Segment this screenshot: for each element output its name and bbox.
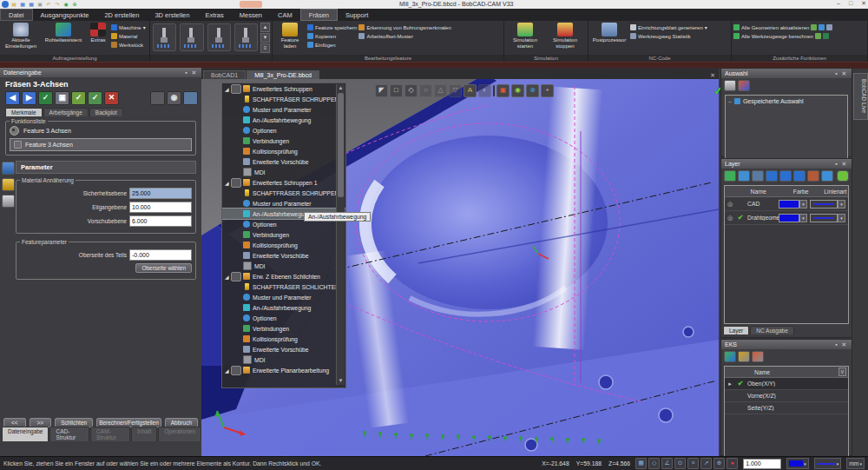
tree-item[interactable]: Optionen [222, 313, 345, 323]
tree-item[interactable]: An-/Ausfahrbewegung [222, 302, 345, 313]
oberseite-waehlen-button[interactable]: Oberseite wählen [135, 263, 192, 273]
sicherheitsebene-input[interactable] [129, 188, 192, 199]
tree-item[interactable]: Muster und Parameter [222, 292, 345, 302]
maschine-button[interactable]: Maschine ▾ [111, 23, 146, 31]
layer-pencil-icon[interactable] [837, 170, 849, 182]
bobcad-live-tab[interactable]: BobCAD Live [853, 73, 868, 120]
group-checkbox[interactable] [231, 366, 241, 375]
feature-laden-button[interactable]: Feature laden [274, 22, 306, 54]
layer-delete-icon[interactable] [807, 170, 819, 182]
post-button[interactable]: ✓ [88, 91, 102, 105]
tree-item[interactable]: Muster und Parameter [222, 198, 345, 209]
feature-speichern-button[interactable]: Feature speichern [307, 23, 357, 31]
tree-item[interactable]: SCHAFTFRÄSER SCHRUPPEN [222, 94, 345, 104]
extra-icon-2[interactable] [819, 24, 825, 30]
load-icon[interactable] [183, 91, 198, 105]
back-button[interactable]: ◀ [5, 91, 20, 105]
tab-cam[interactable]: CAM [270, 9, 300, 21]
doc-tab-bobcad1[interactable]: BobCAD1 [203, 70, 246, 79]
tree-item[interactable]: Verbindungen [222, 323, 345, 334]
saved-selection-icon[interactable] [738, 80, 750, 91]
cursor-icon[interactable]: ◤ [375, 84, 388, 97]
feature-gallery-item-2[interactable] [180, 23, 203, 51]
tree-group[interactable]: ◢ Erweitertes Schruppen [222, 83, 345, 94]
kopieren-button[interactable]: Kopieren [307, 32, 357, 40]
werkstueck-button[interactable]: Werkstück [111, 41, 146, 49]
tree-group[interactable]: ◢ Erweiterte Planarbearbeitung [222, 365, 345, 375]
pin-icon[interactable]: ▪ [832, 161, 840, 167]
gallery-up-icon[interactable]: ▲ [260, 23, 270, 32]
feature-gallery-item-3[interactable] [207, 23, 231, 51]
close-button[interactable]: ✕ [861, 0, 866, 7]
shading-cube-icon[interactable]: ▣ [496, 84, 510, 97]
tab-ausgangspunkte[interactable]: Ausgangspunkte [33, 9, 97, 21]
tab-dateneingabe[interactable]: Dateneingabe [2, 427, 49, 441]
tab-fraesen[interactable]: Fräsen [300, 9, 338, 21]
polar-icon[interactable]: ↗ [700, 458, 712, 469]
eks-row-vorne[interactable]: Vorne(X/Z) [725, 390, 848, 402]
cancel-button[interactable]: ✕ [104, 91, 119, 105]
eks-delete-icon[interactable] [752, 351, 764, 362]
help-icon[interactable]: ◉ [62, 1, 69, 8]
wcs-icon[interactable]: + [541, 84, 554, 97]
backplot-button[interactable]: ▣ [55, 91, 69, 105]
rohteilassistent-button[interactable]: Rohteilassistent [42, 22, 85, 54]
gallery-down-icon[interactable]: ▼ [260, 33, 270, 43]
simulation-stoppen-button[interactable]: Simulation stoppen [546, 22, 584, 54]
tree-item[interactable]: Verbindungen [222, 229, 345, 240]
group-checkbox[interactable] [231, 84, 241, 94]
select-chain-icon[interactable]: ◇ [404, 84, 418, 97]
tree-item[interactable]: Erweiterte Vorschübe [222, 344, 345, 354]
pin-icon[interactable]: ▪ [832, 341, 840, 348]
web-icon[interactable]: ⊕ [71, 1, 78, 8]
tree-item[interactable]: SCHAFTFRÄSER SCHRUPPEN [222, 188, 345, 198]
track-icon[interactable]: ⊕ [713, 458, 725, 469]
tab-support[interactable]: Support [338, 9, 376, 21]
eks-row-oben[interactable]: ▸ ✔ Oben(X/Y) [725, 378, 848, 390]
ortho-icon[interactable]: ≡ [687, 458, 699, 469]
expander-icon[interactable]: ◢ [225, 180, 231, 186]
feature-gallery-item-1[interactable] [153, 23, 176, 51]
ok-button[interactable]: ✓ [71, 91, 86, 105]
color-swatch[interactable] [779, 214, 799, 222]
einrichtungsblatt-button[interactable]: Einrichtungsblatt generieren ▾ [630, 23, 707, 31]
arbeitsoffset-button[interactable]: Arbeitsoffset-Muster [358, 32, 450, 40]
tree-item[interactable]: An-/Ausfahrbewegung [222, 115, 345, 125]
tree-group[interactable]: ◢ Erweitertes Schruppen 1 [222, 177, 345, 188]
tree-item[interactable]: Erweiterte Vorschübe [222, 250, 345, 261]
extra-icon-4[interactable] [815, 33, 821, 39]
tab-operationen[interactable]: Operationen [158, 427, 201, 441]
tree-scrollbar[interactable]: ▲ ▼ [336, 84, 345, 385]
eks-new-icon[interactable] [724, 351, 736, 362]
expander-icon[interactable]: ◢ [225, 86, 231, 92]
visibility-eye-icon[interactable]: ◎ [725, 215, 735, 222]
tab-datei[interactable]: Datei [0, 9, 33, 21]
tab-cad-struktur[interactable]: CAD-Struktur [49, 427, 89, 441]
select-fence-icon[interactable]: △ [434, 84, 447, 97]
tab-backplot[interactable]: Backplot [89, 108, 123, 116]
scroll-down-icon[interactable]: ▼ [337, 377, 345, 385]
expander-icon[interactable]: ◢ [225, 367, 231, 374]
select-all-icon[interactable]: ▽ [449, 84, 462, 97]
einfuegen-button[interactable]: Einfügen [307, 41, 357, 49]
parameter-page-icon[interactable] [2, 162, 15, 175]
group-checkbox[interactable] [231, 178, 241, 188]
tree-group[interactable]: ◢ Erw. Z Ebenen Schlichten [222, 271, 345, 281]
color-dropdown[interactable]: ▾ [786, 458, 809, 469]
undo-icon[interactable]: ↶ [45, 1, 52, 8]
doc-close-icon[interactable]: ✕ [710, 72, 715, 79]
pin-icon[interactable]: ▪ [832, 70, 840, 76]
tab-extras[interactable]: Extras [197, 9, 231, 21]
alert-icon[interactable]: ● [727, 458, 738, 469]
extras-button[interactable]: Extras [87, 22, 109, 54]
linetype-swatch[interactable] [810, 214, 838, 222]
app-logo-icon[interactable] [2, 1, 9, 8]
save-all-icon[interactable]: ▦ [28, 1, 35, 8]
feature-gallery-item-4[interactable] [234, 23, 258, 51]
tree-item[interactable]: MDI [222, 167, 345, 177]
tree-item[interactable]: Optionen [222, 125, 345, 136]
forward-button[interactable]: ▶ [22, 91, 36, 105]
maximize-button[interactable]: □ [849, 0, 852, 7]
postprozessor-button[interactable]: Postprozessor [590, 22, 628, 54]
visibility-eye-icon[interactable]: ◎ [725, 201, 735, 208]
